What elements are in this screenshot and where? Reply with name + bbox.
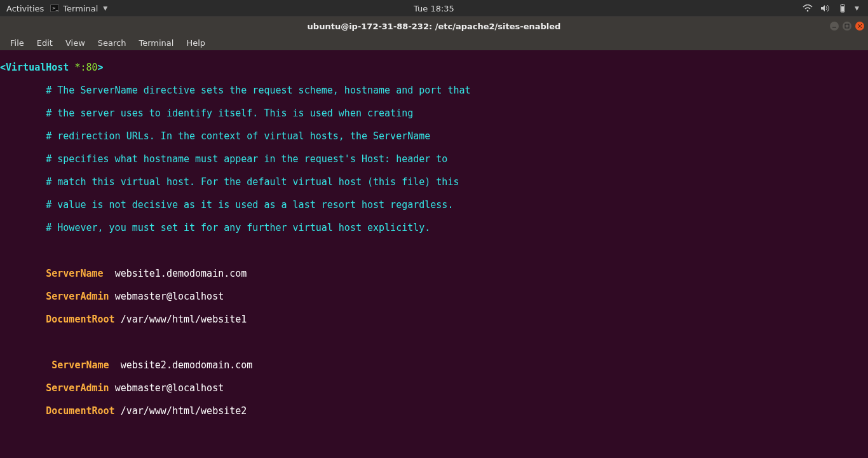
gnome-topbar: Activities >_ Terminal ▼ Tue 18:35 ▼	[0, 0, 868, 17]
battery-icon	[838, 4, 847, 13]
menu-view[interactable]: View	[59, 38, 92, 48]
comment-line: # the server uses to identify itself. Th…	[46, 108, 413, 119]
menu-terminal[interactable]: Terminal	[132, 38, 180, 48]
servername-2: website2.demodomain.com	[121, 359, 253, 371]
svg-marker-4	[821, 5, 825, 11]
menu-search[interactable]: Search	[92, 38, 133, 48]
comment-line: # specifies what hostname must appear in…	[46, 153, 447, 165]
window-titlebar: ubuntu@ip-172-31-88-232: /etc/apache2/si…	[0, 17, 868, 35]
comment-line: # match this virtual host. For the defau…	[46, 176, 459, 188]
comment-line: # The ServerName directive sets the requ…	[46, 85, 470, 96]
kw-serveradmin: ServerAdmin	[46, 382, 109, 394]
comment-line: # value is not decisive as it is used as…	[46, 199, 453, 211]
window-title: ubuntu@ip-172-31-88-232: /etc/apache2/si…	[308, 22, 561, 31]
kw-servername: ServerName	[51, 359, 109, 371]
topbar-app-label: Terminal	[63, 4, 98, 13]
menu-file[interactable]: File	[4, 38, 31, 48]
topbar-app[interactable]: >_ Terminal ▼	[50, 4, 107, 13]
serveradmin-1: webmaster@localhost	[115, 291, 224, 302]
activities-label[interactable]: Activities	[6, 4, 44, 13]
menu-help[interactable]: Help	[180, 38, 212, 48]
svg-rect-7	[841, 6, 844, 11]
comment-line: # However, you must set it for any furth…	[46, 222, 430, 233]
documentroot-2: /var/www/html/website2	[121, 405, 247, 417]
volume-icon	[820, 4, 831, 12]
maximize-button[interactable]	[843, 22, 851, 31]
comment-line: # redirection URLs. In the context of vi…	[46, 130, 430, 142]
documentroot-1: /var/www/html/website1	[121, 314, 247, 325]
menu-edit[interactable]: Edit	[31, 38, 59, 48]
terminal-menubar: File Edit View Search Terminal Help	[0, 35, 868, 50]
terminal-icon: >_	[50, 4, 59, 12]
vhost-open-tag: VirtualHost	[6, 62, 69, 73]
close-button[interactable]	[855, 22, 864, 31]
svg-text:>_: >_	[52, 6, 58, 11]
kw-serveradmin: ServerAdmin	[46, 291, 109, 302]
svg-rect-6	[842, 4, 843, 4]
topbar-clock[interactable]: Tue 18:35	[414, 4, 454, 13]
topbar-status-area[interactable]: ▼	[803, 4, 868, 13]
wifi-icon	[803, 4, 813, 12]
chevron-down-icon: ▼	[103, 5, 107, 11]
vhost-open-arg: *:80	[74, 62, 97, 73]
svg-rect-9	[845, 24, 849, 28]
serveradmin-2: webmaster@localhost	[115, 382, 224, 394]
chevron-down-icon: ▼	[855, 5, 859, 11]
terminal-output[interactable]: <VirtualHost *:80> # The ServerName dire…	[0, 50, 868, 458]
kw-documentroot: DocumentRoot	[46, 405, 114, 417]
minimize-button[interactable]	[830, 22, 839, 31]
kw-servername: ServerName	[46, 268, 103, 279]
servername-1: website1.demodomain.com	[115, 268, 247, 279]
kw-documentroot: DocumentRoot	[46, 314, 114, 325]
svg-point-3	[807, 10, 809, 12]
